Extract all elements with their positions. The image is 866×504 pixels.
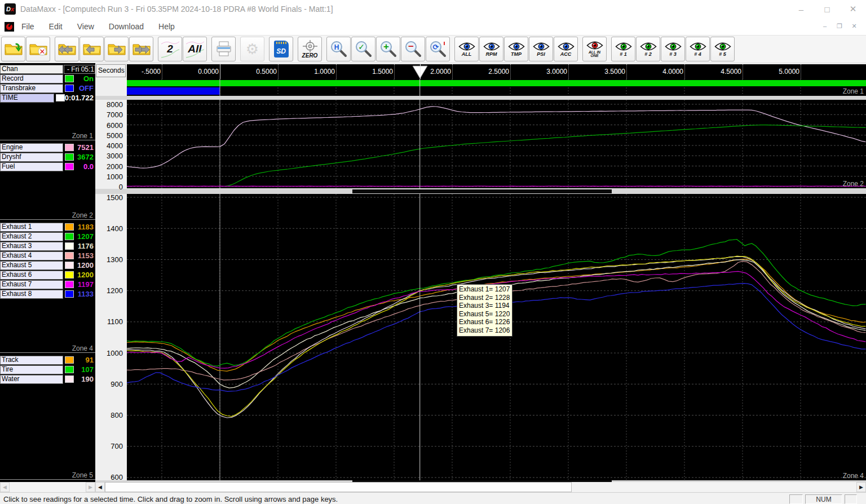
- time-tick-label: 0.0000: [192, 68, 219, 76]
- channel-engine[interactable]: Engine: [0, 143, 63, 152]
- channel-track[interactable]: Track: [0, 356, 63, 365]
- channel-row: Exhaust 81133: [0, 289, 95, 299]
- toolbar-zoom-reset-button[interactable]: ⟳: [426, 37, 450, 61]
- egt-chart[interactable]: Zone 4: [127, 194, 866, 480]
- close-icon[interactable]: ✕: [840, 1, 866, 17]
- channel-dryshf[interactable]: Dryshf: [0, 153, 63, 162]
- egt-tick-label: 800: [94, 411, 125, 419]
- channel-value: 1207: [74, 232, 95, 241]
- toolbar-zero-button[interactable]: ZERO: [298, 37, 322, 61]
- zone-splitter[interactable]: [95, 96, 866, 100]
- tooltip-line: Exhaust 2= 1228: [459, 294, 510, 302]
- menu-item-edit[interactable]: Edit: [42, 18, 70, 35]
- toolbar-view-two-button[interactable]: 2: [158, 37, 182, 61]
- channel-exhaust-6[interactable]: Exhaust 6: [0, 271, 63, 280]
- toolbar-view-eye-all-in-one-button[interactable]: ALL INONE: [582, 37, 607, 61]
- status-message: Click to see readings for a selected tim…: [0, 495, 789, 503]
- toolbar-first-run-button[interactable]: [55, 37, 79, 61]
- zone-splitter[interactable]: [95, 189, 866, 194]
- toolbar-open-run-button[interactable]: [1, 37, 25, 61]
- mdi-minimize-icon[interactable]: –: [818, 23, 832, 29]
- time-tick-label: 1.5000: [366, 68, 393, 76]
- toolbar-zoom-out-button[interactable]: −: [401, 37, 425, 61]
- channel-column-header[interactable]: Chan: [0, 65, 63, 74]
- channel-row: Exhaust 11183: [0, 222, 95, 232]
- toolbar-view-eye-acc-button[interactable]: ACC: [554, 37, 578, 61]
- toolbar-view-eye-5-button[interactable]: # 5: [710, 37, 735, 61]
- sidebar-zone-label: Zone 4: [0, 344, 95, 353]
- rpm-tick-label: 6000: [94, 121, 125, 130]
- scroll-right-icon[interactable]: ▶: [86, 482, 95, 492]
- toolbar-zoom-in-button[interactable]: +: [376, 37, 400, 61]
- channel-row: Exhaust 71197: [0, 280, 95, 289]
- rpm-chart[interactable]: Zone 2: [127, 100, 866, 188]
- channel-exhaust-7[interactable]: Exhaust 7: [0, 280, 63, 289]
- channel-exhaust-2[interactable]: Exhaust 2: [0, 232, 63, 241]
- channel-value: 1176: [74, 242, 95, 250]
- toolbar-prev-run-button[interactable]: [79, 37, 104, 61]
- time-axis[interactable]: -.50000.00000.50001.00001.50002.00002.50…: [127, 64, 866, 79]
- toolbar-view-eye-4-button[interactable]: # 4: [686, 37, 710, 61]
- maximize-icon[interactable]: □: [814, 1, 840, 17]
- scroll-left-icon[interactable]: ◀: [0, 482, 10, 492]
- menu-item-view[interactable]: View: [70, 18, 101, 35]
- channel-color-chip: [65, 375, 74, 383]
- menu-item-file[interactable]: File: [14, 18, 42, 35]
- toolbar-view-eye-all-button[interactable]: ALL: [454, 37, 479, 61]
- channel-exhaust-4[interactable]: Exhaust 4: [0, 251, 63, 260]
- chart-zone-label: Zone 4: [843, 472, 864, 480]
- channel-exhaust-8[interactable]: Exhaust 8: [0, 290, 63, 299]
- channel-value: On: [74, 74, 95, 83]
- toolbar-close-run-button[interactable]: ✕: [26, 37, 50, 61]
- toolbar-sd-card-button[interactable]: SD: [269, 37, 293, 61]
- chart-scrollbar[interactable]: ◀ ▶: [95, 482, 866, 492]
- toolbar-view-eye-1-button[interactable]: # 1: [611, 37, 635, 61]
- egt-tick-label: 1300: [94, 255, 125, 264]
- toolbar-view-eye-psi-button[interactable]: PSI: [529, 37, 553, 61]
- channel-tire[interactable]: Tire: [0, 365, 63, 374]
- scrollbar-thumb[interactable]: [105, 482, 572, 492]
- toolbar-view-all-button[interactable]: All: [183, 37, 207, 61]
- time-tick: [510, 64, 511, 79]
- chart-zone-label: Zone 2: [843, 180, 864, 188]
- channel-time[interactable]: TIME: [0, 94, 54, 103]
- minimize-icon[interactable]: –: [788, 1, 814, 17]
- menu-item-help[interactable]: Help: [151, 18, 182, 35]
- channel-record[interactable]: Record: [0, 74, 63, 83]
- toolbar-view-eye-tmp-button[interactable]: TMP: [504, 37, 528, 61]
- zone1-digital-strip[interactable]: Zone 1: [127, 79, 866, 96]
- channel-row: Exhaust 21207: [0, 232, 95, 241]
- computech-app-icon: [5, 22, 14, 32]
- channel-exhaust-1[interactable]: Exhaust 1: [0, 223, 63, 232]
- button-label: SD: [276, 47, 286, 55]
- mdi-restore-icon[interactable]: ❐: [832, 23, 847, 30]
- toolbar-view-eye-3-button[interactable]: # 3: [661, 37, 685, 61]
- toolbar-zoom-horizontal-button[interactable]: H: [326, 37, 351, 61]
- channel-transbrake[interactable]: Transbrake: [0, 84, 63, 93]
- egt-tick-label: 1100: [94, 317, 125, 326]
- time-tick-label: 5.0000: [772, 68, 799, 76]
- channel-fuel[interactable]: Fuel: [0, 162, 63, 171]
- svg-text:✓: ✓: [358, 42, 365, 51]
- channel-exhaust-5[interactable]: Exhaust 5: [0, 261, 63, 270]
- channel-exhaust-3[interactable]: Exhaust 3: [0, 242, 63, 251]
- sidebar-scrollbar[interactable]: ◀ ▶: [0, 482, 95, 492]
- mdi-close-icon[interactable]: ✕: [847, 23, 861, 30]
- channel-water[interactable]: Water: [0, 375, 63, 384]
- toolbar-next-run-button[interactable]: [104, 37, 129, 61]
- scroll-right-icon[interactable]: ▶: [856, 482, 866, 492]
- button-label: ALL INONE: [589, 51, 600, 58]
- button-label: # 1: [620, 52, 627, 57]
- time-tick: [684, 64, 685, 79]
- scroll-left-icon[interactable]: ◀: [95, 482, 105, 492]
- toolbar-print-button[interactable]: [211, 37, 236, 61]
- channel-row: Exhaust 41153: [0, 251, 95, 260]
- toolbar-view-eye-rpm-button[interactable]: RPM: [479, 37, 503, 61]
- toolbar-view-eye-2-button[interactable]: # 2: [636, 37, 660, 61]
- svg-text:−: −: [408, 41, 414, 52]
- toolbar-weather-setup-button[interactable]: ⚙: [240, 37, 264, 61]
- menu-item-download[interactable]: Download: [101, 18, 151, 35]
- toolbar-zoom-ok-button[interactable]: ✓: [351, 37, 375, 61]
- channel-color-chip: [56, 94, 65, 101]
- toolbar-last-run-button[interactable]: [129, 37, 153, 61]
